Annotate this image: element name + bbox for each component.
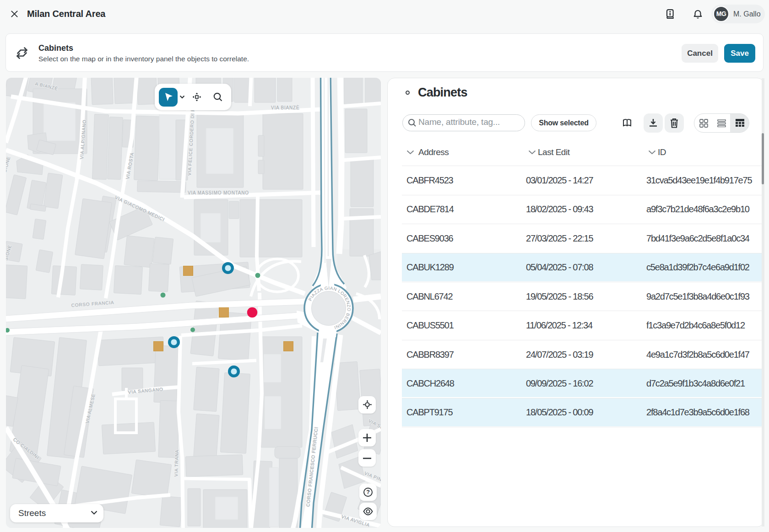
svg-text:VIA TRANA: VIA TRANA [173, 449, 179, 477]
svg-text:VIA MASSIMO MONTANO: VIA MASSIMO MONTANO [188, 190, 249, 195]
svg-text:?: ? [366, 489, 370, 495]
svg-text:VIA BIANZÈ: VIA BIANZÈ [271, 105, 299, 110]
